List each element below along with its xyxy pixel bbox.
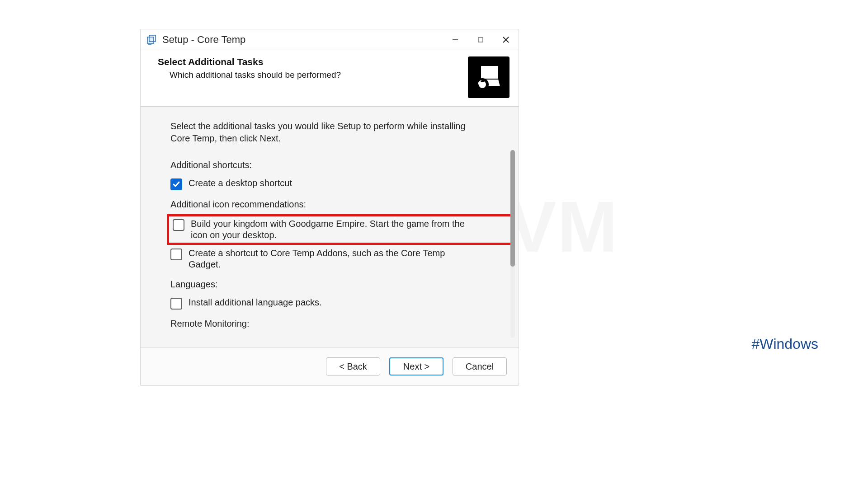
- scrollbar-thumb[interactable]: [510, 150, 515, 267]
- installer-icon: [145, 33, 158, 46]
- checkbox-label: Create a shortcut to Core Temp Addons, s…: [189, 248, 478, 270]
- section-icon-recs-label: Additional icon recommendations:: [170, 199, 505, 210]
- titlebar: Setup - Core Temp: [141, 29, 519, 50]
- instruction-text: Select the additional tasks you would li…: [170, 120, 478, 145]
- hashtag-label: #Windows: [751, 336, 818, 352]
- section-languages-label: Languages:: [170, 279, 505, 290]
- checkbox-label: Install additional language packs.: [189, 297, 322, 308]
- checkbox-icon: [170, 298, 182, 310]
- close-button[interactable]: [493, 29, 519, 50]
- wizard-footer: < Back Next > Cancel: [141, 347, 519, 385]
- header-subtitle: Which additional tasks should be perform…: [170, 70, 462, 80]
- svg-rect-3: [478, 38, 483, 42]
- checkbox-icon: [170, 178, 182, 190]
- back-button[interactable]: < Back: [326, 357, 380, 375]
- section-shortcuts-label: Additional shortcuts:: [170, 160, 505, 170]
- checkbox-icon: [170, 249, 182, 260]
- setup-dialog: Setup - Core Temp Select Additional Task…: [140, 29, 519, 386]
- window-title: Setup - Core Temp: [162, 34, 245, 46]
- minimize-button[interactable]: [443, 29, 468, 50]
- wizard-body: Select the additional tasks you would li…: [141, 107, 519, 347]
- checkbox-label: Build your kingdom with Goodgame Empire.…: [191, 218, 480, 241]
- checkbox-language-packs[interactable]: Install additional language packs.: [170, 294, 505, 312]
- svg-rect-6: [481, 66, 499, 79]
- checkbox-desktop-shortcut[interactable]: Create a desktop shortcut: [170, 175, 505, 193]
- computer-install-icon: [468, 56, 509, 98]
- svg-rect-0: [147, 37, 154, 43]
- checkbox-goodgame-empire[interactable]: Build your kingdom with Goodgame Empire.…: [167, 214, 513, 245]
- cancel-button[interactable]: Cancel: [453, 357, 507, 375]
- checkbox-icon: [173, 219, 184, 231]
- header-title: Select Additional Tasks: [158, 56, 462, 67]
- wizard-header: Select Additional Tasks Which additional…: [141, 50, 519, 107]
- checkbox-label: Create a desktop shortcut: [189, 178, 292, 189]
- scrollbar[interactable]: [510, 150, 515, 338]
- maximize-button[interactable]: [468, 29, 493, 50]
- section-remote-label: Remote Monitoring:: [170, 319, 505, 329]
- checkbox-addons-shortcut[interactable]: Create a shortcut to Core Temp Addons, s…: [170, 245, 505, 273]
- next-button[interactable]: Next >: [389, 357, 443, 375]
